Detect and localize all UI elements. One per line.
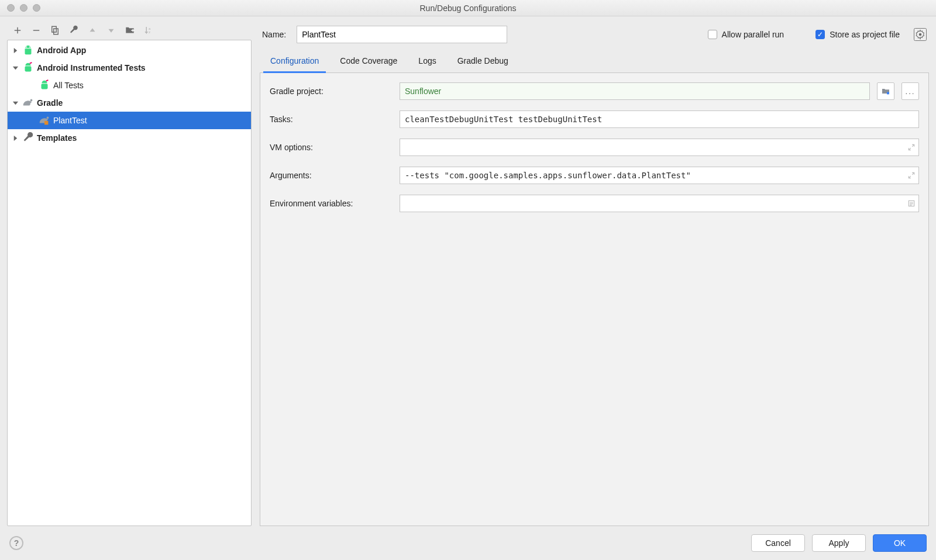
svg-text:z: z xyxy=(149,30,150,34)
wrench-icon xyxy=(22,132,35,144)
cancel-button[interactable]: Cancel xyxy=(751,534,805,552)
apply-button[interactable]: Apply xyxy=(812,534,866,552)
window-controls xyxy=(7,4,40,12)
gradle-project-label: Gradle project: xyxy=(270,87,393,96)
tab-code-coverage[interactable]: Code Coverage xyxy=(338,50,400,72)
gear-icon xyxy=(915,29,925,40)
triangle-up-icon xyxy=(87,25,98,36)
arguments-label: Arguments: xyxy=(270,171,393,180)
titlebar: Run/Debug Configurations xyxy=(0,0,936,16)
tasks-input[interactable] xyxy=(400,110,919,128)
plus-icon xyxy=(12,25,23,36)
expand-icon[interactable] xyxy=(907,143,916,151)
tree-label: PlantTest xyxy=(53,116,87,125)
tree-label: Android App xyxy=(37,46,86,55)
tree-label: Android Instrumented Tests xyxy=(37,63,146,72)
arguments-input[interactable] xyxy=(400,167,919,184)
copy-config-button[interactable] xyxy=(49,25,61,36)
store-project-file-label: Store as project file xyxy=(830,30,900,39)
new-folder-button[interactable] xyxy=(124,25,136,36)
svg-point-10 xyxy=(47,117,49,119)
tree-item-android-tests[interactable]: Android Instrumented Tests xyxy=(8,59,251,77)
chevron-right-icon xyxy=(11,47,19,54)
gradle-project-input[interactable] xyxy=(400,82,870,100)
svg-text:a: a xyxy=(149,27,151,30)
config-tree[interactable]: Android App Android Instrumented Tests A… xyxy=(7,40,252,526)
tab-configuration[interactable]: Configuration xyxy=(268,50,321,72)
folder-icon xyxy=(881,87,890,96)
expand-icon[interactable] xyxy=(907,171,916,179)
checkbox-icon xyxy=(708,30,717,39)
tree-label: Gradle xyxy=(37,98,63,108)
tasks-label: Tasks: xyxy=(270,115,393,124)
help-button[interactable]: ? xyxy=(9,536,23,550)
copy-icon xyxy=(50,25,60,36)
add-config-button[interactable] xyxy=(12,25,23,36)
sort-az-icon: az xyxy=(143,25,154,36)
remove-config-button[interactable] xyxy=(30,25,42,36)
tab-bar: Configuration Code Coverage Logs Gradle … xyxy=(260,50,929,73)
ok-button[interactable]: OK xyxy=(873,534,927,552)
triangle-down-icon xyxy=(106,25,116,36)
allow-parallel-label: Allow parallel run xyxy=(722,30,784,39)
tab-gradle-debug[interactable]: Gradle Debug xyxy=(455,50,511,72)
chevron-down-icon xyxy=(11,100,19,106)
tree-label: Templates xyxy=(37,133,77,143)
svg-point-6 xyxy=(29,47,30,48)
svg-rect-13 xyxy=(887,92,889,94)
gradle-icon xyxy=(38,115,51,126)
allow-parallel-checkbox[interactable]: Allow parallel run xyxy=(708,30,784,39)
minus-icon xyxy=(31,25,42,36)
chevron-right-icon xyxy=(11,135,19,141)
vm-options-input[interactable] xyxy=(400,139,919,156)
svg-rect-0 xyxy=(33,30,40,31)
android-icon xyxy=(22,44,35,56)
zoom-window-icon[interactable] xyxy=(33,4,40,12)
form-panel: Gradle project: ... Tasks: VM options: xyxy=(260,73,929,526)
tree-label: All Tests xyxy=(53,81,84,90)
chevron-down-icon xyxy=(11,65,19,71)
android-tests-icon xyxy=(22,62,35,74)
svg-point-5 xyxy=(26,47,27,48)
sort-button[interactable]: az xyxy=(143,25,154,36)
tree-item-templates[interactable]: Templates xyxy=(8,129,251,147)
wrench-icon xyxy=(68,25,79,36)
gradle-icon xyxy=(22,97,35,109)
move-down-button[interactable] xyxy=(105,25,117,36)
minimize-window-icon[interactable] xyxy=(20,4,27,12)
ellipsis-icon: ... xyxy=(905,87,915,96)
folder-plus-icon xyxy=(125,25,135,36)
env-input[interactable] xyxy=(400,195,919,212)
list-icon[interactable] xyxy=(907,199,916,208)
svg-point-12 xyxy=(919,33,922,36)
tab-logs[interactable]: Logs xyxy=(416,50,438,72)
store-project-file-checkbox[interactable]: Store as project file xyxy=(815,30,900,39)
svg-rect-8 xyxy=(42,84,48,89)
close-window-icon[interactable] xyxy=(7,4,15,12)
window-title: Run/Debug Configurations xyxy=(0,4,936,13)
env-label: Environment variables: xyxy=(270,199,393,208)
android-tests-icon xyxy=(38,79,51,91)
svg-rect-7 xyxy=(25,66,32,71)
checkbox-checked-icon xyxy=(815,30,825,39)
tree-toolbar: az xyxy=(7,22,252,40)
name-input[interactable] xyxy=(297,26,507,43)
browse-project-button[interactable] xyxy=(877,82,894,100)
store-options-button[interactable] xyxy=(914,28,927,41)
tree-item-android-app[interactable]: Android App xyxy=(8,42,251,59)
vm-options-label: VM options: xyxy=(270,143,393,152)
svg-rect-11 xyxy=(44,121,48,125)
name-label: Name: xyxy=(262,30,286,39)
more-project-button[interactable]: ... xyxy=(901,82,919,100)
tree-item-planttest[interactable]: PlantTest xyxy=(8,112,251,129)
move-up-button[interactable] xyxy=(87,25,98,36)
edit-defaults-button[interactable] xyxy=(68,25,80,36)
tree-item-gradle[interactable]: Gradle xyxy=(8,94,251,112)
svg-point-9 xyxy=(30,99,33,102)
tree-item-all-tests[interactable]: All Tests xyxy=(8,77,251,94)
